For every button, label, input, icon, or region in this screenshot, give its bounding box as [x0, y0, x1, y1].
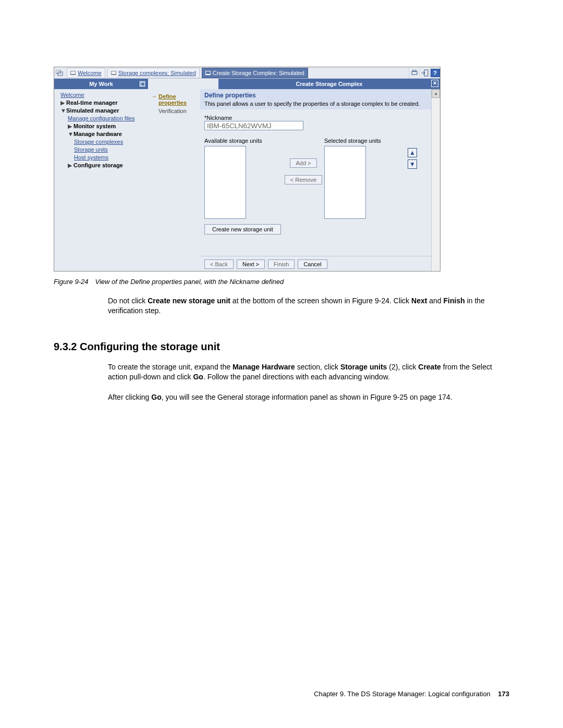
page-icon	[205, 71, 211, 75]
sidebar-item-monitor[interactable]: Monitor system	[74, 122, 116, 130]
create-new-storage-unit-button[interactable]: Create new storage unit	[204, 224, 281, 235]
remove-button[interactable]: < Remove	[285, 175, 322, 184]
add-button[interactable]: Add >	[290, 158, 316, 168]
chevron-down-icon[interactable]: ▼	[68, 130, 72, 138]
scrollbar[interactable]: ▴	[431, 89, 440, 272]
page-icon	[111, 71, 116, 75]
nickname-label: *Nickname	[204, 115, 427, 121]
chevron-right-icon[interactable]: ▶	[60, 99, 65, 107]
tab-welcome-label: Welcome	[78, 70, 102, 76]
close-icon[interactable]: ✕	[431, 80, 438, 87]
arrow-right-icon: →	[151, 93, 158, 100]
paragraph-3: After clicking Go, you will see the Gene…	[108, 392, 504, 402]
sidebar-item-storage-units[interactable]: Storage units	[74, 146, 108, 154]
chevron-down-icon[interactable]: ▼	[60, 107, 65, 115]
figure-caption: Figure 9-24 View of the Define propertie…	[54, 278, 512, 286]
wizard-footer: < Back Next > Finish Cancel	[200, 256, 431, 272]
move-up-button[interactable]: ▲	[408, 148, 417, 157]
svg-rect-3	[413, 70, 416, 71]
svg-rect-2	[412, 71, 417, 75]
main-header: Define properties This panel allows a us…	[200, 89, 431, 109]
sidebar-item-simulated[interactable]: Simulated manager	[66, 107, 119, 115]
wizard-steps: → Defineproperties Verification	[148, 89, 200, 272]
wizard-step-define-properties[interactable]: Defineproperties	[158, 93, 187, 106]
sidebar-nav: Welcome ▶Real-time manager ▼Simulated ma…	[54, 89, 148, 272]
sidebar-item-manage-config[interactable]: Manage configuration files	[68, 115, 134, 122]
page-footer: Chapter 9. The DS Storage Manager: Logic…	[314, 690, 509, 698]
app-toolbar: Welcome Storage complexes: Simulated Cre…	[54, 67, 440, 79]
panel-title: Create Storage Complex	[296, 81, 363, 87]
nickname-input[interactable]	[204, 121, 303, 130]
tab-create-storage-complex[interactable]: Create Storage Complex: Simulated	[202, 68, 308, 78]
screenshot-figure: Welcome Storage complexes: Simulated Cre…	[54, 67, 440, 272]
my-work-header: My Work ◄	[54, 79, 148, 89]
help-button[interactable]: ?	[430, 68, 440, 78]
subheader: My Work ◄ Create Storage Complex ✕	[54, 79, 440, 89]
main-title: Define properties	[204, 92, 427, 99]
tab-storage-complexes[interactable]: Storage complexes: Simulated	[107, 68, 200, 78]
available-label: Available storage units	[204, 138, 283, 144]
cancel-button[interactable]: Cancel	[298, 260, 327, 269]
my-work-label: My Work	[89, 81, 113, 87]
back-button[interactable]: < Back	[204, 260, 234, 269]
sidebar-item-realtime[interactable]: Real-time manager	[66, 99, 117, 107]
paragraph-1: Do not click Create new storage unit at …	[108, 296, 504, 316]
paragraph-2: To create the storage unit, expand the M…	[108, 362, 504, 382]
sidebar-item-storage-complexes[interactable]: Storage complexes	[74, 138, 123, 146]
chevron-right-icon[interactable]: ▶	[68, 162, 72, 169]
tab-welcome[interactable]: Welcome	[67, 68, 105, 78]
page-icon	[70, 71, 76, 75]
scroll-up-icon[interactable]: ▴	[432, 89, 440, 98]
wizard-step-verification: Verification	[158, 108, 198, 114]
sidebar-item-host-systems[interactable]: Host systems	[74, 154, 108, 162]
move-down-button[interactable]: ▼	[408, 159, 417, 169]
chevron-right-icon[interactable]: ▶	[68, 122, 72, 130]
finish-button[interactable]: Finish	[268, 260, 295, 269]
help-icon: ?	[431, 69, 440, 77]
sidebar-item-welcome[interactable]: Welcome	[60, 91, 84, 99]
selected-label: Selected storage units	[324, 138, 402, 144]
collapse-button[interactable]: ◄	[139, 80, 146, 88]
next-button[interactable]: Next >	[237, 260, 265, 269]
tab-complexes-label: Storage complexes: Simulated	[118, 70, 196, 76]
section-heading: 9.3.2 Configuring the storage unit	[54, 341, 512, 353]
exit-icon[interactable]	[419, 68, 430, 78]
selected-listbox[interactable]	[324, 146, 366, 219]
window-list-icon[interactable]	[54, 68, 65, 78]
print-icon[interactable]	[409, 68, 419, 78]
sidebar-item-manage-hardware[interactable]: Manage hardware	[74, 130, 122, 138]
main-description: This panel allows a user to specify the …	[204, 101, 427, 107]
main-panel: Define properties This panel allows a us…	[200, 89, 431, 272]
tab-create-label: Create Storage Complex: Simulated	[213, 70, 304, 76]
panel-header: Create Storage Complex ✕	[218, 79, 440, 89]
available-listbox[interactable]	[204, 146, 246, 219]
sidebar-item-configure-storage[interactable]: Configure storage	[74, 162, 123, 169]
